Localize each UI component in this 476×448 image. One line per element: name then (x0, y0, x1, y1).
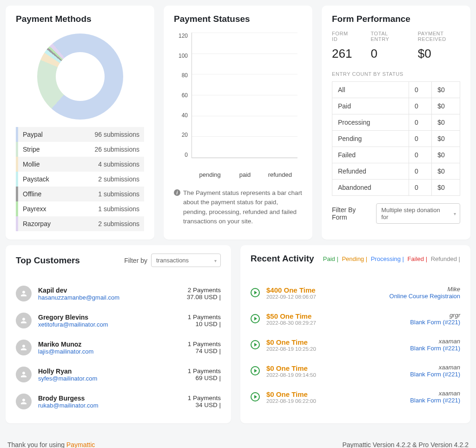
play-icon (251, 288, 260, 297)
activity-timestamp: 2022-08-30 08:29:27 (266, 320, 403, 326)
activity-form[interactable]: Online Course Registraion (390, 293, 460, 300)
activity-form[interactable]: Blank Form (#221) (410, 371, 460, 378)
filter-by-form-label: Filter By Form (332, 206, 371, 221)
status-row: Refunded0$0 (332, 163, 460, 180)
entry-count-label: ENTRY COUNT BY STATUS (332, 71, 460, 77)
activity-form[interactable]: Blank Form (#221) (410, 397, 460, 404)
payment-method-row[interactable]: Mollie4 submissions (16, 157, 144, 172)
payment-methods-donut (16, 31, 144, 127)
avatar (16, 313, 32, 328)
customer-name: Holly Ryan (38, 368, 181, 375)
status-row: Processing0$0 (332, 114, 460, 131)
customer-row[interactable]: Brody Burgess rukab@mailinator.com 1 Pay… (16, 388, 221, 415)
form-performance-title: Form Performance (332, 14, 460, 24)
status-row: Abandoned0$0 (332, 180, 460, 196)
info-icon: i (174, 189, 180, 196)
payment-methods-card: Payment Methods Paypal96 submissionsStri… (6, 6, 154, 240)
payment-methods-title: Payment Methods (16, 14, 144, 24)
activity-timestamp: 2022-08-19 10:25:20 (266, 346, 403, 352)
activity-user: xaaman (410, 338, 460, 345)
avatar (16, 394, 32, 409)
payment-statuses-title: Payment Statuses (174, 14, 302, 24)
customer-row[interactable]: Kapil dev hasanuzzamanbe@gmail.com 2 Pay… (16, 280, 221, 307)
top-customers-filter-select[interactable]: transactions ▾ (151, 254, 221, 267)
version-text: Paymattic Version 4.2.2 & Pro Version 4.… (342, 441, 469, 448)
payment-statuses-chart: 120100806040200 pendingpaidrefunded (174, 31, 302, 178)
kpi: FORM ID261 (332, 31, 352, 61)
kpi: PAYMENT RECEIVED$0 (418, 31, 460, 61)
customer-name: Gregory Blevins (38, 314, 181, 321)
activity-title: $0 One Time (266, 390, 403, 398)
activity-row[interactable]: $0 One Time 2022-08-19 09:14:50 xaaman B… (251, 358, 460, 384)
recent-activity-filters: Paid | Pending | Processing | Failed | R… (321, 255, 460, 262)
recent-activity-card: Recent Activity Paid | Pending | Process… (240, 245, 470, 423)
payment-method-row[interactable]: Razorpay2 submissions (16, 216, 144, 231)
top-customers-title: Top Customers (16, 255, 80, 266)
customer-row[interactable]: Gregory Blevins xetitofura@mailinator.co… (16, 307, 221, 334)
paymattic-link[interactable]: Paymattic (66, 441, 95, 448)
customer-name: Mariko Munoz (38, 341, 181, 348)
kpi: TOTAL ENTRY0 (370, 31, 399, 61)
footer: Thank you for using Paymattic Paymattic … (6, 429, 470, 448)
activity-timestamp: 2022-08-19 09:14:50 (266, 372, 403, 378)
activity-row[interactable]: $0 One Time 2022-08-19 06:22:00 xaaman B… (251, 384, 460, 410)
payment-method-row[interactable]: Offline1 submissions (16, 187, 144, 201)
status-row: Failed0$0 (332, 147, 460, 163)
activity-form[interactable]: Blank Form (#221) (410, 319, 460, 326)
recent-activity-title: Recent Activity (251, 254, 314, 264)
chevron-down-icon: ▾ (214, 258, 217, 263)
activity-user: xaaman (410, 390, 460, 397)
customer-name: Brody Burgess (38, 395, 181, 402)
activity-title: $50 One Time (266, 312, 403, 320)
play-icon (251, 366, 260, 375)
customer-email[interactable]: hasanuzzamanbe@gmail.com (38, 294, 180, 301)
status-filter[interactable]: Failed | (406, 255, 427, 262)
payment-statuses-card: Payment Statuses 120100806040200 pending… (164, 6, 312, 240)
customer-email[interactable]: rukab@mailinator.com (38, 402, 181, 409)
activity-timestamp: 2022-09-12 08:06:07 (266, 294, 383, 300)
activity-user: grgr (410, 312, 460, 319)
form-performance-card: Form Performance FORM ID261TOTAL ENTRY0P… (322, 6, 470, 240)
customer-email[interactable]: lajis@mailinator.com (38, 348, 181, 355)
payment-method-row[interactable]: Paypal96 submissions (16, 127, 144, 142)
customer-email[interactable]: syfes@mailinator.com (38, 375, 181, 382)
status-filter[interactable]: Processing | (369, 255, 404, 262)
payment-method-row[interactable]: Stripe26 submissions (16, 142, 144, 157)
activity-row[interactable]: $50 One Time 2022-08-30 08:29:27 grgr Bl… (251, 306, 460, 332)
filter-by-form-select[interactable]: Multiple step donation for ▾ (376, 203, 460, 224)
avatar (16, 286, 32, 301)
status-row: All0$0 (332, 82, 460, 98)
customer-row[interactable]: Mariko Munoz lajis@mailinator.com 1 Paym… (16, 334, 221, 361)
status-filter[interactable]: Paid | (323, 255, 338, 262)
customer-row[interactable]: Holly Ryan syfes@mailinator.com 1 Paymen… (16, 361, 221, 388)
payment-method-row[interactable]: Payrexx1 submissions (16, 201, 144, 216)
customer-email[interactable]: xetitofura@mailinator.com (38, 321, 181, 328)
avatar (16, 367, 32, 382)
activity-form[interactable]: Blank Form (#221) (410, 345, 460, 352)
play-icon (251, 392, 260, 401)
entry-count-table: All0$0Paid0$0Processing0$0Pending0$0Fail… (332, 81, 460, 196)
activity-row[interactable]: $400 One Time 2022-09-12 08:06:07 Mike O… (251, 280, 460, 306)
chevron-down-icon: ▾ (454, 211, 456, 216)
activity-title: $0 One Time (266, 364, 403, 372)
activity-user: Mike (390, 286, 460, 293)
top-customers-card: Top Customers Filter by transactions ▾ K… (6, 245, 231, 423)
customer-name: Kapil dev (38, 287, 180, 294)
activity-user: xaaman (410, 364, 460, 371)
top-customers-filter-label: Filter by (124, 257, 147, 264)
avatar (16, 340, 32, 355)
play-icon (251, 340, 260, 349)
status-row: Paid0$0 (332, 98, 460, 114)
play-icon (251, 314, 260, 323)
payment-method-row[interactable]: Paystack2 submissions (16, 172, 144, 187)
status-filter[interactable]: Refunded | (429, 255, 460, 262)
status-filter[interactable]: Pending | (340, 255, 367, 262)
activity-title: $0 One Time (266, 338, 403, 346)
payment-statuses-note: i The Payment status represents a bar ch… (174, 188, 302, 226)
activity-title: $400 One Time (266, 286, 383, 294)
activity-row[interactable]: $0 One Time 2022-08-19 10:25:20 xaaman B… (251, 332, 460, 358)
activity-timestamp: 2022-08-19 06:22:00 (266, 398, 403, 404)
status-row: Pending0$0 (332, 131, 460, 147)
